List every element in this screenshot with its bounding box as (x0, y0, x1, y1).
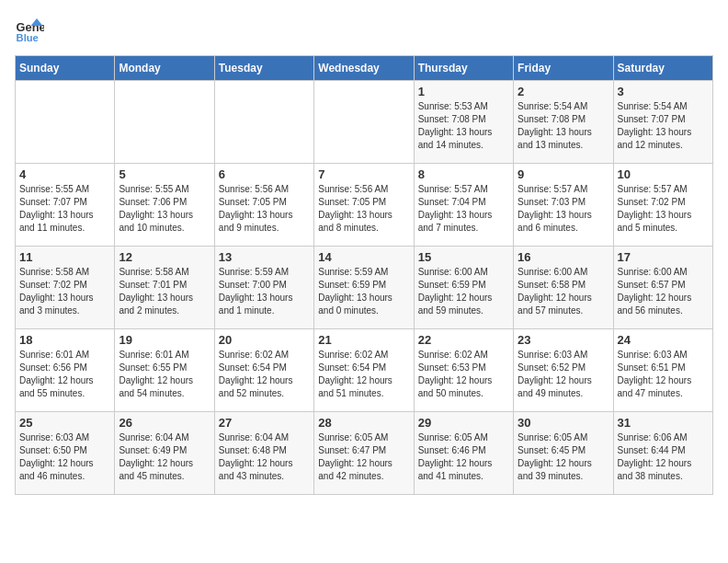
calendar-cell: 17Sunrise: 6:00 AM Sunset: 6:57 PM Dayli… (613, 247, 712, 329)
day-info: Sunrise: 6:01 AM Sunset: 6:56 PM Dayligh… (19, 349, 110, 400)
day-info: Sunrise: 6:01 AM Sunset: 6:55 PM Dayligh… (119, 349, 210, 400)
calendar-cell: 19Sunrise: 6:01 AM Sunset: 6:55 PM Dayli… (115, 329, 214, 412)
day-of-week-header: Wednesday (314, 56, 414, 81)
day-number: 19 (119, 333, 210, 347)
day-info: Sunrise: 5:58 AM Sunset: 7:01 PM Dayligh… (119, 266, 210, 317)
day-info: Sunrise: 6:02 AM Sunset: 6:54 PM Dayligh… (318, 349, 409, 400)
calendar-cell (16, 81, 115, 164)
calendar-cell: 9Sunrise: 5:57 AM Sunset: 7:03 PM Daylig… (514, 164, 613, 247)
calendar-cell: 22Sunrise: 6:02 AM Sunset: 6:53 PM Dayli… (414, 329, 513, 412)
day-number: 13 (219, 250, 310, 264)
day-number: 31 (618, 416, 709, 430)
calendar-cell: 26Sunrise: 6:04 AM Sunset: 6:49 PM Dayli… (115, 412, 214, 495)
calendar-cell: 31Sunrise: 6:06 AM Sunset: 6:44 PM Dayli… (613, 412, 712, 495)
day-info: Sunrise: 5:54 AM Sunset: 7:08 PM Dayligh… (518, 100, 609, 152)
day-info: Sunrise: 5:57 AM Sunset: 7:02 PM Dayligh… (618, 183, 709, 235)
calendar-cell: 28Sunrise: 6:05 AM Sunset: 6:47 PM Dayli… (314, 412, 414, 495)
calendar-cell: 3Sunrise: 5:54 AM Sunset: 7:07 PM Daylig… (613, 81, 712, 164)
day-info: Sunrise: 6:00 AM Sunset: 6:59 PM Dayligh… (418, 266, 509, 317)
day-info: Sunrise: 5:59 AM Sunset: 6:59 PM Dayligh… (318, 266, 409, 317)
calendar-cell (314, 81, 414, 164)
day-number: 18 (19, 333, 110, 347)
day-number: 6 (219, 167, 310, 181)
day-number: 2 (518, 85, 609, 98)
calendar-cell: 11Sunrise: 5:58 AM Sunset: 7:02 PM Dayli… (16, 247, 115, 329)
day-info: Sunrise: 5:54 AM Sunset: 7:07 PM Dayligh… (618, 100, 709, 152)
day-info: Sunrise: 6:05 AM Sunset: 6:47 PM Dayligh… (318, 431, 409, 483)
day-number: 24 (618, 333, 709, 347)
day-of-week-header: Sunday (16, 56, 115, 81)
calendar-cell: 12Sunrise: 5:58 AM Sunset: 7:01 PM Dayli… (115, 247, 214, 329)
day-info: Sunrise: 6:03 AM Sunset: 6:50 PM Dayligh… (19, 431, 110, 483)
calendar-cell: 18Sunrise: 6:01 AM Sunset: 6:56 PM Dayli… (16, 329, 115, 412)
day-info: Sunrise: 6:00 AM Sunset: 6:58 PM Dayligh… (518, 266, 609, 317)
day-of-week-header: Tuesday (214, 56, 313, 81)
calendar-cell: 29Sunrise: 6:05 AM Sunset: 6:46 PM Dayli… (414, 412, 513, 495)
day-info: Sunrise: 5:57 AM Sunset: 7:04 PM Dayligh… (418, 183, 509, 235)
calendar-cell: 1Sunrise: 5:53 AM Sunset: 7:08 PM Daylig… (414, 81, 513, 164)
calendar-week-row: 11Sunrise: 5:58 AM Sunset: 7:02 PM Dayli… (16, 247, 713, 329)
day-number: 29 (418, 416, 509, 430)
day-number: 17 (618, 250, 709, 264)
day-number: 23 (518, 333, 609, 347)
calendar-week-row: 1Sunrise: 5:53 AM Sunset: 7:08 PM Daylig… (16, 81, 713, 164)
calendar-cell: 7Sunrise: 5:56 AM Sunset: 7:05 PM Daylig… (314, 164, 414, 247)
calendar-cell: 2Sunrise: 5:54 AM Sunset: 7:08 PM Daylig… (514, 81, 613, 164)
day-number: 7 (318, 167, 409, 181)
calendar-cell: 20Sunrise: 6:02 AM Sunset: 6:54 PM Dayli… (214, 329, 313, 412)
day-info: Sunrise: 6:00 AM Sunset: 6:57 PM Dayligh… (618, 266, 709, 317)
logo-icon: General Blue (15, 15, 44, 44)
day-number: 26 (119, 416, 210, 430)
day-number: 21 (318, 333, 409, 347)
day-of-week-header: Thursday (414, 56, 513, 81)
day-info: Sunrise: 6:05 AM Sunset: 6:46 PM Dayligh… (418, 431, 509, 483)
day-number: 8 (418, 167, 509, 181)
day-of-week-header: Monday (115, 56, 214, 81)
calendar-week-row: 4Sunrise: 5:55 AM Sunset: 7:07 PM Daylig… (16, 164, 713, 247)
page-header: General Blue (15, 15, 713, 44)
day-info: Sunrise: 5:57 AM Sunset: 7:03 PM Dayligh… (518, 183, 609, 235)
day-number: 9 (518, 167, 609, 181)
day-number: 15 (418, 250, 509, 264)
day-number: 20 (219, 333, 310, 347)
day-info: Sunrise: 5:55 AM Sunset: 7:06 PM Dayligh… (119, 183, 210, 235)
calendar-cell: 8Sunrise: 5:57 AM Sunset: 7:04 PM Daylig… (414, 164, 513, 247)
calendar-cell: 21Sunrise: 6:02 AM Sunset: 6:54 PM Dayli… (314, 329, 414, 412)
calendar-cell: 14Sunrise: 5:59 AM Sunset: 6:59 PM Dayli… (314, 247, 414, 329)
calendar-cell: 5Sunrise: 5:55 AM Sunset: 7:06 PM Daylig… (115, 164, 214, 247)
day-number: 3 (618, 85, 709, 98)
day-number: 14 (318, 250, 409, 264)
day-number: 12 (119, 250, 210, 264)
calendar-cell (214, 81, 313, 164)
calendar-cell: 13Sunrise: 5:59 AM Sunset: 7:00 PM Dayli… (214, 247, 313, 329)
day-info: Sunrise: 6:04 AM Sunset: 6:48 PM Dayligh… (219, 431, 310, 483)
calendar-cell: 10Sunrise: 5:57 AM Sunset: 7:02 PM Dayli… (613, 164, 712, 247)
calendar-table: SundayMondayTuesdayWednesdayThursdayFrid… (15, 55, 713, 495)
day-info: Sunrise: 6:06 AM Sunset: 6:44 PM Dayligh… (618, 431, 709, 483)
svg-text:Blue: Blue (17, 32, 39, 43)
calendar-cell: 27Sunrise: 6:04 AM Sunset: 6:48 PM Dayli… (214, 412, 313, 495)
day-number: 22 (418, 333, 509, 347)
day-number: 27 (219, 416, 310, 430)
day-number: 11 (19, 250, 110, 264)
calendar-cell: 25Sunrise: 6:03 AM Sunset: 6:50 PM Dayli… (16, 412, 115, 495)
day-info: Sunrise: 6:02 AM Sunset: 6:54 PM Dayligh… (219, 349, 310, 400)
day-info: Sunrise: 5:53 AM Sunset: 7:08 PM Dayligh… (418, 100, 509, 152)
calendar-week-row: 18Sunrise: 6:01 AM Sunset: 6:56 PM Dayli… (16, 329, 713, 412)
calendar-cell: 16Sunrise: 6:00 AM Sunset: 6:58 PM Dayli… (514, 247, 613, 329)
day-info: Sunrise: 5:55 AM Sunset: 7:07 PM Dayligh… (19, 183, 110, 235)
calendar-cell: 23Sunrise: 6:03 AM Sunset: 6:52 PM Dayli… (514, 329, 613, 412)
day-number: 28 (318, 416, 409, 430)
day-number: 5 (119, 167, 210, 181)
day-info: Sunrise: 5:59 AM Sunset: 7:00 PM Dayligh… (219, 266, 310, 317)
calendar-cell: 4Sunrise: 5:55 AM Sunset: 7:07 PM Daylig… (16, 164, 115, 247)
day-info: Sunrise: 6:03 AM Sunset: 6:51 PM Dayligh… (618, 349, 709, 400)
day-number: 10 (618, 167, 709, 181)
calendar-header-row: SundayMondayTuesdayWednesdayThursdayFrid… (16, 56, 713, 81)
calendar-cell: 24Sunrise: 6:03 AM Sunset: 6:51 PM Dayli… (613, 329, 712, 412)
day-number: 25 (19, 416, 110, 430)
day-of-week-header: Saturday (613, 56, 712, 81)
day-info: Sunrise: 6:02 AM Sunset: 6:53 PM Dayligh… (418, 349, 509, 400)
day-info: Sunrise: 6:05 AM Sunset: 6:45 PM Dayligh… (518, 431, 609, 483)
calendar-cell: 30Sunrise: 6:05 AM Sunset: 6:45 PM Dayli… (514, 412, 613, 495)
